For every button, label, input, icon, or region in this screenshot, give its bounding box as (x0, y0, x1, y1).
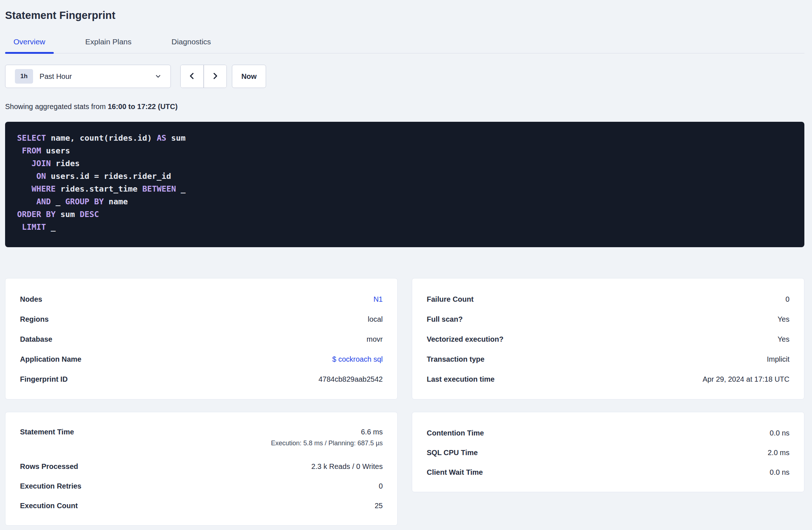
statement-fingerprint-page: Statement Fingerprint OverviewExplain Pl… (0, 9, 812, 526)
kv-value-cell: 2.0 ms (768, 449, 789, 457)
kv-row: SQL CPU Time2.0 ms (427, 443, 789, 462)
kv-label: Statement Time (20, 428, 74, 436)
kv-label: Fingerprint ID (20, 375, 68, 384)
tab-label: Diagnostics (172, 37, 211, 46)
kv-label: Transaction type (427, 355, 485, 364)
tab-bar: OverviewExplain PlansDiagnostics (5, 37, 804, 53)
execution-attributes-card: Failure Count0Full scan?YesVectorized ex… (412, 278, 804, 399)
kv-row: Rows Processed2.3 k Reads / 0 Writes (20, 457, 383, 476)
kv-label: Contention Time (427, 429, 484, 437)
time-range-dropdown[interactable]: 1h Past Hour (5, 65, 171, 88)
sql-line: LIMIT _ (17, 221, 792, 233)
chevron-down-icon (154, 73, 162, 80)
kv-value-cell: Yes (777, 335, 789, 344)
kv-value-cell: N1 (373, 295, 383, 304)
kv-label: Last execution time (427, 375, 495, 384)
stats-prefix: Showing aggregated stats from (5, 103, 108, 111)
kv-value: local (368, 315, 383, 323)
kv-row: Execution Retries0 (20, 476, 383, 496)
sql-statement: SELECT name, count(rides.id) AS sum FROM… (5, 122, 804, 247)
kv-label: Nodes (20, 295, 42, 304)
kv-label: Client Wait Time (427, 468, 483, 477)
previous-interval-button[interactable] (181, 65, 204, 88)
next-interval-button[interactable] (204, 65, 227, 88)
kv-label: Regions (20, 315, 49, 324)
kv-row: Execution Count25 (20, 496, 383, 515)
kv-row: Transaction typeImplicit (427, 349, 789, 369)
kv-value-cell: 0.0 ns (770, 468, 789, 477)
kv-value-link[interactable]: $ cockroach sql (332, 355, 383, 363)
kv-label: Database (20, 335, 52, 344)
sql-line: SELECT name, count(rides.id) AS sum (17, 132, 792, 144)
tab-explain-plans[interactable]: Explain Plans (77, 37, 140, 53)
kv-value-link[interactable]: N1 (373, 295, 383, 303)
active-tab-underline (5, 52, 54, 54)
kv-value-cell: 25 (375, 502, 383, 510)
time-range-label: Past Hour (40, 72, 72, 81)
kv-row: Client Wait Time0.0 ns (427, 462, 789, 482)
kv-label: Failure Count (427, 295, 474, 304)
kv-value: Yes (777, 335, 789, 343)
kv-row: Last execution timeApr 29, 2024 at 17:18… (427, 369, 789, 389)
sql-line: AND _ GROUP BY name (17, 195, 792, 208)
kv-value-cell: 0.0 ns (770, 429, 789, 437)
kv-value: 0 (379, 482, 383, 490)
kv-value-cell: Yes (777, 315, 789, 324)
wait-times-card: Contention Time0.0 nsSQL CPU Time2.0 msC… (412, 412, 804, 492)
kv-value: 2.0 ms (768, 449, 789, 457)
kv-value: 0.0 ns (770, 468, 789, 476)
kv-value-cell: Implicit (767, 355, 789, 364)
kv-label: Execution Retries (20, 482, 81, 490)
kv-row: Fingerprint ID4784cb829aab2542 (20, 369, 383, 389)
kv-label: Full scan? (427, 315, 463, 324)
kv-value-cell: movr (367, 335, 383, 344)
interval-badge: 1h (15, 69, 33, 84)
kv-row: Statement Time6.6 msExecution: 5.8 ms / … (20, 423, 383, 457)
sql-line: WHERE rides.start_time BETWEEN _ (17, 182, 792, 195)
kv-subvalue: Execution: 5.8 ms / Planning: 687.5 µs (271, 439, 383, 447)
time-step-buttons (180, 65, 227, 88)
kv-row: Contention Time0.0 ns (427, 423, 789, 443)
kv-value: Yes (777, 315, 789, 323)
kv-value: Implicit (767, 355, 789, 363)
kv-label: Execution Count (20, 502, 78, 510)
sql-line: ON users.id = rides.rider_id (17, 170, 792, 182)
chevron-left-icon (188, 72, 196, 81)
sql-line: FROM users (17, 144, 792, 157)
kv-value: 6.6 ms (361, 428, 383, 436)
summary-cards-row-1: NodesN1RegionslocalDatabasemovrApplicati… (5, 278, 804, 399)
page-title: Statement Fingerprint (5, 9, 804, 21)
kv-value: 0 (785, 295, 789, 303)
statement-details-card: NodesN1RegionslocalDatabasemovrApplicati… (5, 278, 398, 399)
aggregated-stats-summary: Showing aggregated stats from 16:00 to 1… (5, 103, 804, 111)
kv-value: 2.3 k Reads / 0 Writes (311, 462, 383, 470)
kv-value-cell: 0 (379, 482, 383, 490)
kv-value-cell: local (368, 315, 383, 324)
kv-row: Failure Count0 (427, 289, 789, 309)
sql-line: ORDER BY sum DESC (17, 208, 792, 221)
kv-row: Application Name$ cockroach sql (20, 349, 383, 369)
kv-value-cell: Apr 29, 2024 at 17:18 UTC (703, 375, 789, 384)
kv-label: SQL CPU Time (427, 449, 478, 457)
time-picker: 1h Past Hour Now (5, 65, 804, 88)
kv-row: Regionslocal (20, 309, 383, 329)
kv-label: Application Name (20, 355, 81, 364)
tab-diagnostics[interactable]: Diagnostics (163, 37, 220, 53)
kv-value: movr (367, 335, 383, 343)
kv-label: Rows Processed (20, 462, 78, 471)
now-button[interactable]: Now (232, 65, 266, 88)
kv-value-cell: 0 (785, 295, 789, 304)
kv-value-cell: 4784cb829aab2542 (318, 375, 383, 384)
kv-row: NodesN1 (20, 289, 383, 309)
kv-value: 0.0 ns (770, 429, 789, 437)
statement-times-card: Statement Time6.6 msExecution: 5.8 ms / … (5, 412, 398, 526)
kv-value: 25 (375, 502, 383, 510)
kv-value-cell: $ cockroach sql (332, 355, 383, 364)
tab-overview[interactable]: Overview (5, 37, 54, 53)
kv-row: Vectorized execution?Yes (427, 329, 789, 349)
chevron-right-icon (211, 72, 220, 81)
kv-value-cell: 2.3 k Reads / 0 Writes (311, 462, 383, 471)
kv-value: Apr 29, 2024 at 17:18 UTC (703, 375, 789, 383)
kv-row: Full scan?Yes (427, 309, 789, 329)
sql-line: JOIN rides (17, 157, 792, 170)
